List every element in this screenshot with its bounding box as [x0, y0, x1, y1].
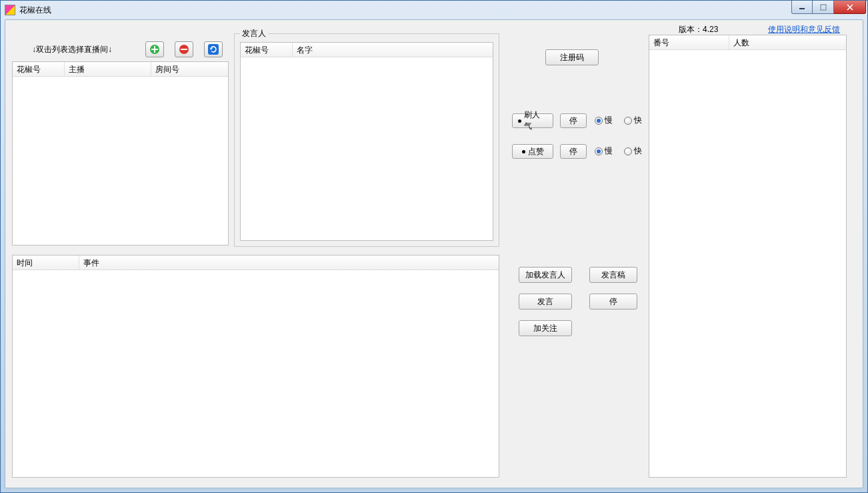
broadcast-table[interactable]: 花椒号 主播 房间号	[12, 61, 229, 245]
like-slow-radio[interactable]: 慢	[595, 145, 613, 157]
right-table[interactable]: 番号 人数	[649, 35, 847, 478]
close-icon	[847, 4, 853, 11]
popularity-label: 刷人气	[524, 109, 547, 132]
load-speakers-button[interactable]: 加载发言人	[519, 267, 572, 283]
events-table[interactable]: 时间 事件	[12, 255, 499, 478]
right-col-num[interactable]: 番号	[649, 35, 729, 49]
maximize-icon	[820, 4, 827, 11]
svg-rect-6	[151, 49, 158, 50]
speak-label: 发言	[537, 296, 553, 308]
titlebar: 花椒在线	[1, 1, 867, 19]
remove-button[interactable]	[175, 41, 193, 57]
popularity-stop-label: 停	[569, 115, 577, 127]
popularity-slow-label: 慢	[605, 115, 613, 126]
popularity-fast-label: 快	[634, 115, 642, 126]
speaker-legend: 发言人	[240, 28, 268, 39]
popularity-stop-button[interactable]: 停	[560, 113, 587, 128]
events-col-time[interactable]: 时间	[13, 256, 79, 270]
client-area: ↓双击列表选择直播间↓ 花椒号 主播 房间号 发言人 花椒号 名字	[5, 19, 863, 488]
follow-button[interactable]: 加关注	[519, 320, 572, 336]
speaker-table[interactable]: 花椒号 名字	[240, 42, 493, 241]
help-link[interactable]: 使用说明和意见反馈	[768, 24, 840, 35]
radio-dot-icon	[595, 117, 603, 125]
add-icon	[149, 44, 160, 55]
app-window: 花椒在线 ↓双击列表选择直播间↓ 花	[0, 0, 868, 493]
stop-label: 停	[609, 296, 617, 308]
speaker-col-name[interactable]: 名字	[293, 43, 493, 57]
bullet-icon	[518, 119, 521, 123]
register-button[interactable]: 注册码	[545, 49, 599, 65]
window-buttons	[791, 1, 866, 14]
speaker-col-id[interactable]: 花椒号	[241, 43, 293, 57]
window-title: 花椒在线	[19, 5, 51, 16]
broadcast-col-id[interactable]: 花椒号	[13, 62, 65, 76]
app-icon	[5, 5, 15, 15]
radio-dot-icon	[624, 147, 632, 155]
speaker-groupbox: 发言人 花椒号 名字	[234, 33, 499, 247]
right-table-header: 番号 人数	[649, 35, 846, 50]
like-fast-radio[interactable]: 快	[624, 145, 642, 157]
like-fast-label: 快	[634, 145, 642, 157]
svg-rect-8	[181, 49, 187, 50]
svg-rect-1	[821, 5, 826, 10]
right-col-count[interactable]: 人数	[729, 35, 846, 49]
radio-dot-icon	[595, 147, 603, 155]
like-slow-label: 慢	[605, 145, 613, 157]
speech-script-label: 发言稿	[601, 270, 625, 281]
minimize-button[interactable]	[791, 1, 813, 14]
broadcast-table-header: 花椒号 主播 房间号	[13, 62, 228, 77]
broadcast-col-host[interactable]: 主播	[65, 62, 151, 76]
refresh-button[interactable]	[204, 41, 223, 57]
events-table-header: 时间 事件	[13, 256, 499, 270]
svg-rect-9	[208, 44, 219, 55]
popularity-fast-radio[interactable]: 快	[624, 115, 642, 126]
speak-button[interactable]: 发言	[519, 294, 572, 310]
stop-button[interactable]: 停	[589, 294, 637, 310]
minimize-icon	[799, 4, 805, 11]
load-speakers-label: 加载发言人	[525, 270, 565, 281]
popularity-button[interactable]: 刷人气	[512, 113, 553, 128]
register-button-label: 注册码	[560, 52, 584, 63]
close-button[interactable]	[834, 1, 866, 14]
popularity-slow-radio[interactable]: 慢	[595, 115, 613, 126]
refresh-icon	[208, 44, 219, 55]
like-stop-label: 停	[569, 146, 577, 157]
version-label: 版本：4.23	[679, 24, 718, 35]
speaker-table-header: 花椒号 名字	[241, 43, 493, 57]
bullet-icon	[522, 150, 525, 153]
speech-script-button[interactable]: 发言稿	[589, 267, 637, 283]
follow-label: 加关注	[533, 323, 557, 334]
add-button[interactable]	[145, 41, 164, 57]
like-button[interactable]: 点赞	[512, 144, 553, 159]
broadcast-col-room[interactable]: 房间号	[151, 62, 228, 76]
like-stop-button[interactable]: 停	[560, 144, 587, 159]
events-col-event[interactable]: 事件	[79, 256, 499, 270]
like-label: 点赞	[528, 146, 544, 157]
radio-dot-icon	[624, 117, 632, 125]
instruction-label: ↓双击列表选择直播间↓	[32, 44, 112, 55]
remove-icon	[179, 44, 189, 55]
maximize-button[interactable]	[813, 1, 834, 14]
